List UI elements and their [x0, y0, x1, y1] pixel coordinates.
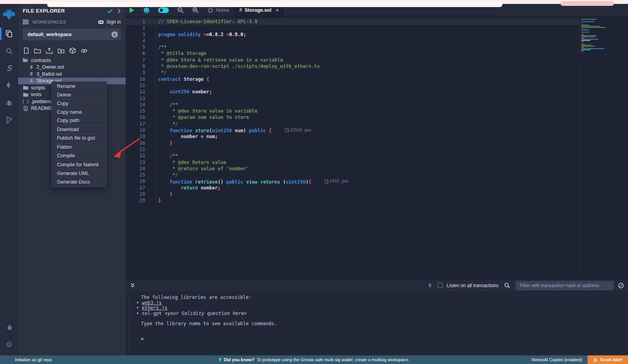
context-menu-item-delete[interactable]: Delete: [52, 91, 106, 100]
code-editor[interactable]: 1// SPDX-License-Identifier: GPL-3.023pr…: [126, 16, 628, 279]
terminal-link[interactable]: web3.js: [142, 300, 162, 306]
gas-estimate-badge: 2415 gas: [325, 178, 349, 184]
folder-icon: [23, 86, 28, 90]
status-bar: Initialize as git repo Did you know? To …: [0, 355, 628, 364]
search-icon[interactable]: [0, 42, 18, 60]
new-file-icon[interactable]: [24, 47, 29, 54]
context-menu-item-compile[interactable]: Compile: [52, 152, 106, 160]
context-menu-item-rename[interactable]: Rename: [52, 82, 106, 91]
upload-file-icon[interactable]: [46, 47, 53, 54]
terminal-expand-icon[interactable]: [126, 283, 140, 288]
code-line-25[interactable]: 25 */: [126, 172, 579, 178]
code-line-13[interactable]: 13: [126, 95, 579, 102]
terminal-prompt[interactable]: >: [141, 336, 628, 342]
copilot-status[interactable]: RemixAI Copilot (enabled): [532, 357, 588, 362]
init-git-repo-button[interactable]: Initialize as git repo: [0, 357, 52, 362]
context-menu-item-publish-file-to-gist[interactable]: Publish file to gist: [52, 134, 106, 143]
code-line-1[interactable]: 1// SPDX-License-Identifier: GPL-3.0: [126, 18, 579, 25]
browser-addressbar-fragment: [47, 2, 502, 7]
code-line-7[interactable]: 7 * @dev Store & retrieve value in a var…: [126, 57, 579, 63]
code-line-20[interactable]: 20 }: [126, 140, 579, 146]
icon-rail: S: [0, 4, 18, 355]
workspace-dropdown[interactable]: default_workspace: [23, 29, 121, 40]
transaction-filter-input[interactable]: [516, 281, 614, 290]
context-menu-item-compile-for-nahmii[interactable]: Compile for Nahmii: [52, 161, 106, 169]
context-menu-item-copy-name[interactable]: Copy name: [52, 108, 106, 117]
chevron-right-icon[interactable]: [117, 9, 121, 13]
sign-in-button[interactable]: Sign in: [98, 19, 121, 25]
editor-minimap[interactable]: [579, 16, 628, 279]
code-line-5[interactable]: 5/**: [126, 44, 579, 50]
debugger-icon[interactable]: [0, 94, 18, 111]
link-icon[interactable]: [81, 48, 88, 54]
code-line-18[interactable]: 18 function store(uint256 num) public {2…: [126, 127, 579, 133]
solidity-compiler-icon[interactable]: S: [0, 60, 18, 77]
context-menu-item-generate-uml[interactable]: Generate UML: [52, 169, 106, 178]
terminal-header: 0 Listen on all transactions: [126, 279, 628, 291]
browser-notification-fragment: [560, 1, 614, 6]
code-line-22[interactable]: 22 /**: [126, 153, 579, 159]
code-line-24[interactable]: 24 * @return value of 'number': [126, 166, 579, 172]
check-icon: [107, 9, 113, 13]
code-line-27[interactable]: 27 return number;: [126, 185, 579, 191]
tab-close-icon[interactable]: ×: [276, 7, 279, 13]
code-line-12[interactable]: 12 uint256 number;: [126, 89, 579, 95]
terminal-library-item: sol-gpt <your Solidity question here>: [136, 311, 628, 317]
code-line-17[interactable]: 17 */: [126, 121, 579, 127]
workspaces-label: WORKSPACES: [33, 20, 94, 24]
context-menu-item-download[interactable]: Download: [52, 126, 106, 134]
code-line-3[interactable]: 3pragma solidity >=0.8.2 <0.9.0;: [126, 31, 579, 38]
solidity-file-icon: S: [28, 78, 34, 84]
terminal-library-item: web3.js: [136, 300, 628, 306]
file-3-ballot-sol[interactable]: S 3_Ballot.sol: [18, 71, 126, 78]
code-line-10[interactable]: 10contract Storage {: [126, 76, 579, 82]
scam-alert-button[interactable]: ⚠ Scam Alert: [588, 355, 628, 364]
folder-contracts[interactable]: contracts: [18, 57, 126, 64]
clear-terminal-icon[interactable]: [618, 282, 624, 289]
file-explorer-icon[interactable]: [0, 25, 18, 42]
code-line-21[interactable]: 21: [126, 146, 579, 153]
code-line-26[interactable]: 26 function retrieve() public view retur…: [126, 178, 579, 184]
cube-icon[interactable]: [69, 47, 76, 54]
hamburger-menu-icon[interactable]: [23, 20, 29, 24]
code-line-16[interactable]: 16 * @param num value to store: [126, 114, 579, 120]
terminal-link[interactable]: ethers.js: [142, 305, 167, 311]
new-folder-icon[interactable]: [34, 48, 41, 54]
deploy-run-icon[interactable]: [0, 77, 18, 94]
terminal-search-icon[interactable]: [504, 282, 510, 289]
code-line-8[interactable]: 8 * @custom:dev-run-script ./scripts/dep…: [126, 63, 579, 69]
context-menu-item-copy[interactable]: Copy: [52, 100, 106, 108]
context-menu-item-copy-path[interactable]: Copy path: [52, 116, 106, 125]
open-folder-icon: [23, 58, 28, 62]
code-line-9[interactable]: 9 */: [126, 69, 579, 76]
listen-transactions-checkbox[interactable]: [438, 283, 443, 288]
context-menu-item-flatten[interactable]: Flatten: [52, 143, 106, 152]
lightbulb-icon: [219, 358, 221, 362]
settings-gear-icon[interactable]: ⚙: [0, 336, 18, 353]
code-line-11[interactable]: 11: [126, 82, 579, 89]
solidity-file-icon: S: [28, 71, 34, 76]
code-line-4[interactable]: 4: [126, 38, 579, 44]
github-icon: [98, 20, 104, 25]
git-icon[interactable]: [0, 111, 18, 129]
remix-logo[interactable]: [0, 4, 18, 25]
code-line-15[interactable]: 15 * @dev Store value in variable: [126, 108, 579, 114]
code-line-29[interactable]: 29}: [126, 197, 579, 204]
code-line-19[interactable]: 19 number = num;: [126, 133, 579, 140]
code-line-28[interactable]: 28 }: [126, 191, 579, 197]
code-line-23[interactable]: 23 * @dev Return value: [126, 159, 579, 166]
code-line-2[interactable]: 2: [126, 25, 579, 31]
file-2-owner-sol[interactable]: S 2_Owner.sol: [18, 64, 126, 71]
text-file-icon: [23, 106, 28, 111]
transaction-count: 0: [429, 283, 431, 288]
code-line-6[interactable]: 6 * @title Storage: [126, 50, 579, 56]
context-menu-item-generate-docs[interactable]: Generate Docs: [52, 178, 106, 187]
workspace-name: default_workspace: [27, 32, 111, 37]
upload-folder-icon[interactable]: [58, 48, 64, 54]
terminal[interactable]: The following libraries are accessible: …: [126, 291, 628, 355]
terminal-library-item: ethers.js: [136, 306, 628, 311]
folder-icon: [23, 93, 28, 97]
plugin-manager-icon[interactable]: [0, 318, 18, 336]
code-line-14[interactable]: 14 /**: [126, 102, 579, 108]
home-icon: [208, 7, 213, 13]
